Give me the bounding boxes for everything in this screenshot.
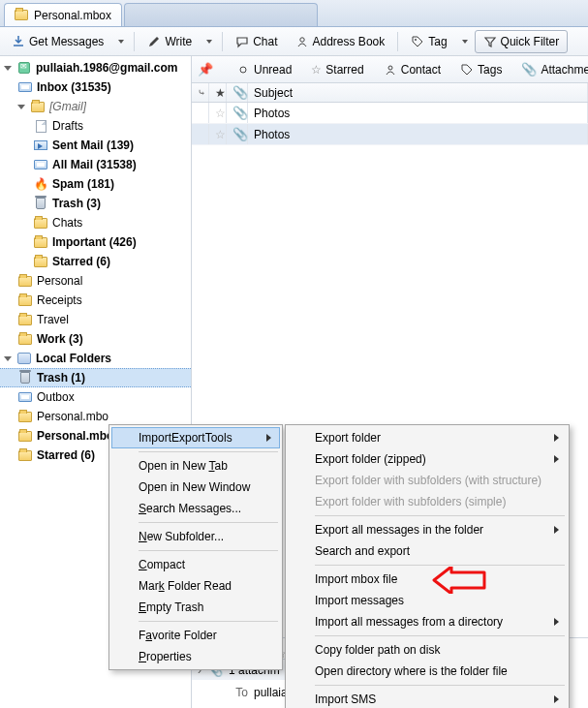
local-folders-row[interactable]: Local Folders	[0, 349, 191, 368]
sub-open-directory[interactable]: Open directory where is the folder file	[288, 661, 567, 682]
inbox-row[interactable]: Inbox (31535)	[0, 77, 191, 97]
sub-export-folder[interactable]: Export folder	[288, 427, 567, 448]
folder-icon	[17, 332, 33, 346]
sent-row[interactable]: Sent Mail (139)	[0, 136, 191, 155]
local-label: Local Folders	[36, 352, 111, 365]
personal-label: Personal	[37, 274, 82, 288]
get-messages-button[interactable]: Get Messages	[4, 30, 111, 53]
twisty-icon[interactable]	[4, 354, 13, 363]
sub-import-from-directory[interactable]: Import all messages from a directory	[288, 611, 567, 632]
outbox-icon	[17, 390, 33, 404]
svg-point-1	[415, 39, 417, 41]
spam-label: Spam (181)	[52, 177, 114, 191]
get-messages-dropdown[interactable]	[113, 30, 129, 53]
star-icon[interactable]: ☆	[215, 128, 226, 141]
ctx-import-export-tools[interactable]: ImportExportTools	[111, 427, 280, 448]
filter-tags-label: Tags	[478, 63, 502, 77]
computer-icon	[16, 352, 32, 365]
red-arrow-annotation	[432, 567, 486, 594]
ctx-search-messages[interactable]: Search Messages...	[111, 498, 280, 519]
trash-label: Trash (3)	[52, 197, 101, 210]
download-icon	[12, 35, 25, 48]
outbox-row[interactable]: Outbox	[0, 387, 191, 407]
tag-button[interactable]: Tag	[403, 30, 454, 53]
write-button[interactable]: Write	[139, 30, 200, 53]
tag-dropdown[interactable]	[457, 30, 473, 53]
ctx-label: Export folder	[315, 431, 381, 445]
sub-export-all-messages[interactable]: Export all messages in the folder	[288, 519, 567, 540]
paperclip-icon: 📎	[232, 127, 248, 141]
sub-search-and-export[interactable]: Search and export	[288, 540, 567, 562]
filter-attachment[interactable]: 📎Attachment	[513, 58, 588, 81]
ctx-open-new-tab[interactable]: Open in New Tab	[111, 455, 280, 477]
outbox-label: Outbox	[37, 390, 75, 404]
funnel-icon	[483, 35, 497, 48]
sub-import-messages[interactable]: Import messages	[288, 590, 567, 611]
chevron-right-icon	[554, 455, 559, 463]
ctx-open-new-window[interactable]: Open in New Window	[111, 477, 280, 498]
gmail-row[interactable]: [Gmail]	[0, 97, 191, 116]
message-row[interactable]: ☆ 📎 Photos	[192, 103, 588, 124]
svg-point-2	[240, 67, 246, 73]
filter-starred[interactable]: ☆Starred	[303, 58, 371, 81]
address-book-button[interactable]: Address Book	[288, 30, 393, 53]
ctx-favorite-folder[interactable]: Favorite Folder	[111, 625, 280, 646]
filter-starred-label: Starred	[325, 63, 363, 77]
twisty-icon[interactable]	[17, 103, 26, 111]
receipts-row[interactable]: Receipts	[0, 291, 191, 310]
star-icon: ☆	[311, 63, 322, 77]
ctx-empty-trash[interactable]: Empty Trash	[111, 597, 280, 618]
thread-column[interactable]: ⤷	[192, 83, 209, 102]
quick-filter-button[interactable]: Quick Filter	[475, 30, 569, 53]
spam-row[interactable]: 🔥Spam (181)	[0, 174, 191, 194]
write-dropdown[interactable]	[201, 30, 217, 53]
sub-copy-folder-path[interactable]: Copy folder path on disk	[288, 639, 567, 661]
work-row[interactable]: Work (3)	[0, 329, 191, 349]
ctx-properties[interactable]: Properties	[111, 646, 280, 667]
twisty-icon[interactable]	[4, 64, 13, 73]
tab-personal-mbox[interactable]: Personal.mbox	[4, 3, 122, 26]
drafts-row[interactable]: Drafts	[0, 116, 191, 136]
allmail-row[interactable]: All Mail (31538)	[0, 155, 191, 174]
tag-icon	[460, 63, 474, 77]
sub-export-folder-zipped[interactable]: Export folder (zipped)	[288, 448, 567, 470]
separator	[315, 515, 565, 516]
sub-import-sms[interactable]: Import SMS	[288, 689, 567, 708]
address-book-label: Address Book	[313, 35, 386, 48]
subject-column[interactable]: Subject	[248, 83, 588, 102]
trash-row[interactable]: Trash (3)	[0, 194, 191, 213]
ctx-label: Import SMS	[315, 693, 376, 706]
ctx-label: Search and export	[315, 544, 410, 558]
local-trash-row[interactable]: Trash (1)	[0, 368, 191, 387]
folder-icon	[33, 235, 48, 249]
star-icon[interactable]: ☆	[215, 107, 226, 120]
account-label: pullaiah.1986@gmail.com	[36, 61, 177, 75]
chat-button[interactable]: Chat	[228, 30, 285, 53]
starred-row[interactable]: Starred (6)	[0, 252, 191, 271]
ctx-compact[interactable]: Compact	[111, 554, 280, 575]
ctx-mark-folder-read[interactable]: Mark Folder Read	[111, 575, 280, 597]
personal-mbox-row-1[interactable]: Personal.mbo	[0, 407, 191, 426]
paperclip-icon: 📎	[232, 106, 248, 120]
filter-unread[interactable]: Unread	[229, 58, 299, 81]
ctx-new-subfolder[interactable]: New Subfolder...	[111, 526, 280, 547]
filter-contact[interactable]: Contact	[376, 58, 449, 81]
pm2-label: Personal.mbo	[37, 429, 113, 443]
message-row[interactable]: ☆ 📎 Photos	[192, 124, 588, 145]
important-label: Important (426)	[52, 235, 137, 249]
account-row[interactable]: pullaiah.1986@gmail.com	[0, 58, 191, 77]
star-column[interactable]: ★	[209, 83, 227, 102]
personal-row[interactable]: Personal	[0, 271, 191, 291]
travel-row[interactable]: Travel	[0, 310, 191, 329]
pin-icon[interactable]: 📌	[198, 62, 213, 77]
ctx-label: Import all messages from a directory	[315, 615, 503, 629]
message-list-header: ⤷ ★ 📎 Subject	[192, 83, 588, 103]
write-label: Write	[165, 35, 192, 48]
chats-row[interactable]: Chats	[0, 213, 191, 232]
tab-inactive[interactable]	[124, 3, 318, 26]
sub-import-mbox[interactable]: Import mbox file	[288, 569, 567, 590]
chevron-down-icon	[462, 40, 468, 44]
important-row[interactable]: Important (426)	[0, 232, 191, 252]
attach-column[interactable]: 📎	[227, 83, 248, 102]
filter-tags[interactable]: Tags	[452, 58, 510, 81]
